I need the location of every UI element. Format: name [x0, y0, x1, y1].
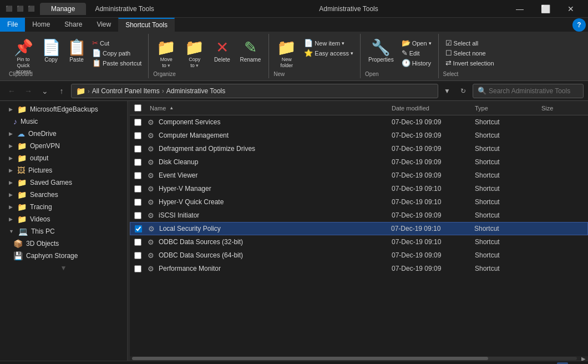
search-box[interactable]: 🔍 [473, 84, 584, 98]
properties-button[interactable]: 🔧 Properties [365, 36, 397, 65]
row-check-5[interactable] [134, 172, 148, 179]
row-checkbox-5[interactable] [134, 172, 141, 179]
row-check-12[interactable] [134, 265, 148, 272]
col-header-name[interactable]: Name ▲ [148, 105, 389, 112]
row-check-2[interactable] [134, 132, 148, 139]
ribbon-tab-shortcut-tools[interactable]: Shortcut Tools [118, 18, 175, 32]
new-item-button[interactable]: 📄 New item ▾ [302, 38, 356, 48]
address-bar[interactable]: 📁 › All Control Panel Items › Administra… [71, 84, 438, 98]
table-row[interactable]: ⚙ Defragment and Optimize Drives 07-Dec-… [130, 142, 588, 155]
copy-button[interactable]: 📄 Copy [39, 36, 63, 65]
row-check-7[interactable] [134, 199, 148, 206]
row-checkbox-11[interactable] [134, 252, 141, 259]
sidebar-item-this-pc[interactable]: ▼ 💻 This PC [0, 225, 127, 237]
easy-access-button[interactable]: ⭐ Easy access ▾ [302, 48, 356, 58]
row-check-1[interactable] [134, 119, 148, 126]
paste-button[interactable]: 📋 Paste [64, 36, 89, 65]
table-row[interactable]: ⚙ Event Viewer 07-Dec-19 09:09 Shortcut [130, 169, 588, 182]
search-input[interactable] [489, 87, 579, 95]
table-row[interactable]: ⚙ Local Security Policy 07-Dec-19 09:10 … [130, 222, 588, 235]
sidebar-item-caphyon[interactable]: 💾 Caphyon Storage [0, 250, 127, 262]
h-scroll-right[interactable]: ▶ [579, 356, 588, 361]
forward-button[interactable]: → [21, 84, 36, 98]
table-row[interactable]: ⚙ ODBC Data Sources (32-bit) 07-Dec-19 0… [130, 235, 588, 249]
table-row[interactable]: ⚙ Hyper-V Manager 07-Dec-19 09:10 Shortc… [130, 182, 588, 195]
sidebar-item-onedrive[interactable]: ▶ ☁ OneDrive [0, 128, 127, 140]
tab-admin-tools[interactable]: Administrative Tools [86, 3, 163, 15]
col-header-size[interactable]: Size [539, 105, 584, 112]
select-all-checkbox[interactable] [134, 104, 141, 112]
cut-button[interactable]: ✂ Cut [90, 38, 144, 48]
sidebar-item-videos[interactable]: ▶ 📁 Videos [0, 213, 127, 225]
row-checkbox-7[interactable] [134, 199, 141, 206]
address-dropdown-button[interactable]: ▼ [440, 84, 454, 98]
address-part-1[interactable]: All Control Panel Items [92, 87, 160, 95]
sidebar-item-pictures[interactable]: ▶ 🖼 Pictures [0, 164, 127, 176]
row-checkbox-4[interactable] [134, 159, 141, 166]
row-check-4[interactable] [134, 159, 148, 166]
row-check-11[interactable] [134, 252, 148, 259]
row-checkbox-2[interactable] [134, 132, 141, 139]
table-row[interactable]: ⚙ Disk Cleanup 07-Dec-19 09:09 Shortcut [130, 155, 588, 169]
col-header-date[interactable]: Date modified [389, 105, 473, 112]
row-checkbox-9[interactable] [135, 225, 142, 232]
col-header-type[interactable]: Type [473, 105, 539, 112]
paste-shortcut-button[interactable]: 📋 Paste shortcut [90, 58, 144, 68]
delete-button[interactable]: ✕ Delete [210, 36, 234, 65]
row-check-10[interactable] [134, 239, 148, 246]
copy-path-button[interactable]: 📄 Copy path [90, 48, 144, 58]
h-scrollbar[interactable]: ▶ [130, 356, 588, 361]
close-button[interactable]: ✕ [558, 0, 584, 18]
row-checkbox-10[interactable] [134, 239, 141, 246]
table-row[interactable]: ⚙ Hyper-V Quick Create 07-Dec-19 09:10 S… [130, 195, 588, 209]
h-scrollbar-thumb[interactable] [132, 357, 488, 360]
ribbon-tab-home[interactable]: Home [25, 18, 57, 32]
refresh-button[interactable]: ↻ [456, 84, 470, 98]
back-button[interactable]: ← [4, 84, 19, 98]
row-checkbox-12[interactable] [134, 265, 141, 272]
tab-manage[interactable]: Manage [40, 3, 86, 15]
table-row[interactable]: ⚙ iSCSI Initiator 07-Dec-19 09:09 Shortc… [130, 209, 588, 222]
sidebar-item-microsoftedgebackups[interactable]: ▶ 📁 MicrosoftEdgeBackups [0, 103, 127, 115]
table-row[interactable]: ⚙ ODBC Data Sources (64-bit) 07-Dec-19 0… [130, 249, 588, 262]
view-details-button[interactable]: ≡ [557, 362, 568, 365]
view-icons-button[interactable]: ⊞ [570, 362, 581, 365]
maximize-button[interactable]: ⬜ [533, 0, 558, 18]
recent-locations-button[interactable]: ⌄ [38, 84, 52, 98]
open-button[interactable]: 📂 Open ▾ [399, 38, 434, 48]
copy-to-button[interactable]: 📁 Copyto ▾ [181, 36, 207, 71]
address-part-2[interactable]: Administrative Tools [166, 87, 226, 95]
minimize-button[interactable]: — [507, 0, 533, 18]
row-check-8[interactable] [134, 212, 148, 219]
row-check-6[interactable] [134, 185, 148, 193]
row-checkbox-8[interactable] [134, 212, 141, 219]
select-none-button[interactable]: ☐ Select none [443, 48, 496, 58]
sidebar-item-saved-games[interactable]: ▶ 📁 Saved Games [0, 176, 127, 189]
sidebar-item-3d-objects[interactable]: 📦 3D Objects [0, 237, 127, 250]
up-button[interactable]: ↑ [54, 84, 69, 98]
table-row[interactable]: ⚙ Component Services 07-Dec-19 09:09 Sho… [130, 115, 588, 129]
sidebar-item-openvpn[interactable]: ▶ 📁 OpenVPN [0, 140, 127, 152]
sidebar-item-tracing[interactable]: ▶ 📁 Tracing [0, 201, 127, 213]
sidebar-item-output[interactable]: ▶ 📁 output [0, 152, 127, 164]
history-button[interactable]: 🕐 History [399, 58, 434, 68]
table-row[interactable]: ⚙ Computer Management 07-Dec-19 09:09 Sh… [130, 129, 588, 142]
edit-button[interactable]: ✎ Edit [399, 48, 434, 58]
invert-selection-button[interactable]: ⇄ Invert selection [443, 58, 496, 68]
sidebar-item-music[interactable]: ♪ Music [0, 115, 127, 128]
help-button[interactable]: ? [572, 18, 586, 32]
move-to-button[interactable]: 📁 Moveto ▾ [153, 36, 179, 71]
table-row[interactable]: ⚙ Performance Monitor 07-Dec-19 09:09 Sh… [130, 262, 588, 275]
rename-button[interactable]: ✎ Rename [236, 36, 264, 65]
row-checkbox-3[interactable] [134, 145, 141, 153]
new-folder-button[interactable]: 📁 Newfolder [273, 36, 300, 71]
row-check-3[interactable] [134, 145, 148, 153]
ribbon-tab-view[interactable]: View [89, 18, 118, 32]
row-checkbox-6[interactable] [134, 185, 141, 193]
ribbon-tab-file[interactable]: File [0, 18, 25, 32]
ribbon-tab-share[interactable]: Share [57, 18, 89, 32]
select-all-button[interactable]: ☑ Select all [443, 38, 496, 48]
sidebar-item-searches[interactable]: ▶ 📁 Searches [0, 189, 127, 201]
row-checkbox-1[interactable] [134, 119, 141, 126]
row-check-9[interactable] [135, 225, 148, 232]
